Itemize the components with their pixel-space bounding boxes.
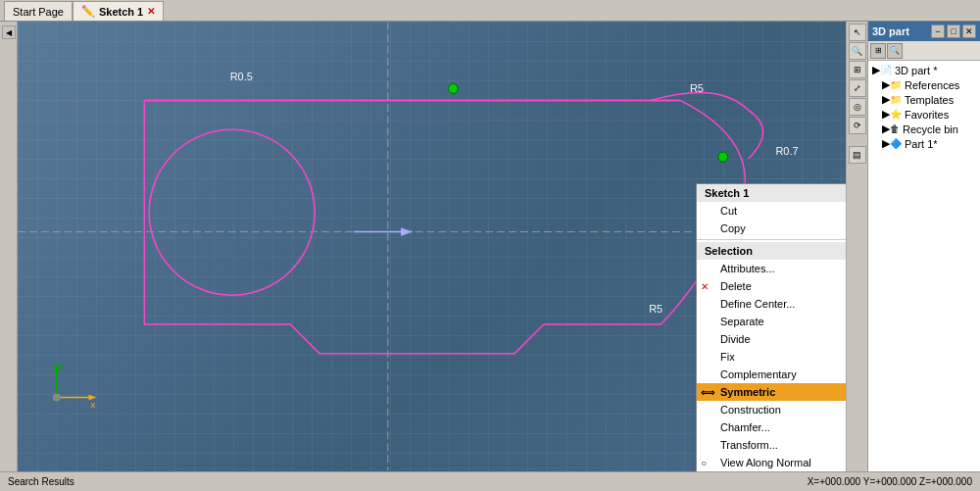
left-tool-1[interactable]: ◀ xyxy=(2,25,16,39)
menu-sketch1-header: Sketch 1 xyxy=(697,184,846,202)
menu-chamfer-label: Chamfer... xyxy=(720,421,770,433)
tabbar: Start Page ✏️ Sketch 1 ✕ xyxy=(0,0,980,22)
context-menu: Sketch 1 Cut Ctrl+X Copy Ctrl+C Selectio… xyxy=(696,183,846,471)
tree-tool-2[interactable]: 🔍 xyxy=(887,43,903,59)
svg-point-16 xyxy=(53,394,61,402)
tree-item-recycle-bin[interactable]: ▶ 🗑 Recycle bin xyxy=(870,122,978,136)
panel-close-btn[interactable]: ✕ xyxy=(962,25,976,38)
toolbar-btn-4[interactable]: ⤢ xyxy=(849,79,866,97)
tree-label-favorites: Favorites xyxy=(905,109,949,121)
menu-chamfer[interactable]: Chamfer... xyxy=(697,418,846,436)
tree-label-recycle: Recycle bin xyxy=(903,123,958,135)
tree-icon-templates: 📁 xyxy=(890,94,902,105)
menu-construction-label: Construction xyxy=(720,404,781,416)
panel-controls: − □ ✕ xyxy=(931,25,976,38)
tree-icon-references: 📁 xyxy=(890,79,902,90)
svg-text:R5: R5 xyxy=(649,303,662,315)
menu-cut[interactable]: Cut Ctrl+X xyxy=(697,202,846,220)
symmetric-icon: ⟺ xyxy=(701,387,714,398)
canvas-area[interactable]: y x R0.5 R5 R0.7 R5 xyxy=(18,22,846,471)
menu-define-center[interactable]: Define Center... xyxy=(697,295,846,313)
menu-attributes-label: Attributes... xyxy=(720,263,775,274)
panel-title: 3D part xyxy=(872,25,909,37)
tree-icon-favorites: ⭐ xyxy=(890,109,902,120)
svg-text:R0.5: R0.5 xyxy=(230,72,253,83)
tree-tool-1[interactable]: ⊞ xyxy=(870,43,886,59)
menu-divide[interactable]: Divide xyxy=(697,330,846,348)
menu-delete-label: Delete xyxy=(720,280,752,292)
menu-symmetric[interactable]: ⟺ Symmetric ➤ xyxy=(697,383,846,401)
tree-label-templates: Templates xyxy=(905,94,954,106)
menu-cut-label: Cut xyxy=(720,205,737,217)
svg-point-9 xyxy=(149,129,315,295)
svg-line-5 xyxy=(290,324,319,354)
right-panel: 3D part − □ ✕ ⊞ 🔍 ▶ 📄 3D part * xyxy=(867,22,980,471)
menu-view-along-normal[interactable]: ○ View Along Normal N xyxy=(697,454,846,471)
view-normal-icon: ○ xyxy=(701,458,707,468)
tree-item-part[interactable]: ▶ 📄 3D part * xyxy=(870,63,978,77)
menu-divide-label: Divide xyxy=(720,333,751,345)
content-area: ◀ xyxy=(0,22,980,471)
tab-icon: ✏️ xyxy=(81,5,95,18)
tree-area: ▶ 📄 3D part * ▶ 📁 References ▶ 📁 Templat… xyxy=(868,61,980,471)
svg-text:R5: R5 xyxy=(690,82,704,94)
tree-icon-part1: 🔷 xyxy=(890,138,902,149)
menu-copy-shortcut: Ctrl+C xyxy=(835,223,846,234)
tree-item-favorites[interactable]: ▶ ⭐ Favorites xyxy=(870,107,978,122)
panel-header: 3D part − □ ✕ xyxy=(868,22,980,41)
svg-text:y: y xyxy=(59,360,64,370)
app-container: Start Page ✏️ Sketch 1 ✕ ◀ xyxy=(0,0,980,491)
tree-item-templates[interactable]: ▶ 📁 Templates xyxy=(870,92,978,107)
tree-item-references[interactable]: ▶ 📁 References xyxy=(870,77,978,92)
tab-close-button[interactable]: ✕ xyxy=(147,6,155,17)
tree-toolbar: ⊞ 🔍 xyxy=(868,41,980,61)
menu-selection-header: Selection xyxy=(697,242,846,260)
statusbar: Search Results X=+000.000 Y=+000.000 Z=+… xyxy=(0,471,980,491)
svg-text:x: x xyxy=(91,399,96,410)
tree-icon-part: 📄 xyxy=(880,65,892,75)
menu-sep-1 xyxy=(697,239,846,240)
start-page-label: Start Page xyxy=(13,6,64,18)
svg-line-7 xyxy=(514,324,544,354)
menu-transform-label: Transform... xyxy=(720,439,778,451)
delete-icon: ✕ xyxy=(701,281,709,292)
panel-min-btn[interactable]: − xyxy=(931,25,945,38)
menu-selection-label: Selection xyxy=(705,245,753,257)
toolbar-btn-5[interactable]: ◎ xyxy=(849,98,866,116)
menu-symmetric-label: Symmetric xyxy=(720,386,775,398)
menu-copy-label: Copy xyxy=(720,222,746,234)
menu-cut-shortcut: Ctrl+X xyxy=(836,206,846,217)
tree-label-references: References xyxy=(905,79,959,91)
menu-construction[interactable]: Construction xyxy=(697,401,846,418)
start-page-tab[interactable]: Start Page xyxy=(4,1,73,21)
right-toolbar: ↖ 🔍 ⊞ ⤢ ◎ ⟳ ▤ xyxy=(846,22,867,471)
menu-separate[interactable]: Separate xyxy=(697,313,846,330)
menu-sketch1-label: Sketch 1 xyxy=(705,187,749,199)
menu-complementary[interactable]: Complementary xyxy=(697,366,846,383)
tree-icon-recycle: 🗑 xyxy=(890,123,900,134)
menu-transform[interactable]: Transform... xyxy=(697,436,846,454)
sketch-tab[interactable]: ✏️ Sketch 1 ✕ xyxy=(73,1,164,21)
coordinates-label: X=+000.000 Y=+000.000 Z=+000.000 xyxy=(808,476,972,487)
toolbar-btn-1[interactable]: ↖ xyxy=(849,24,866,41)
left-panel: ◀ xyxy=(0,22,18,471)
toolbar-btn-7[interactable]: ▤ xyxy=(849,146,866,164)
menu-fix-label: Fix xyxy=(720,351,735,363)
toolbar-btn-6[interactable]: ⟳ xyxy=(849,117,866,134)
search-results-label: Search Results xyxy=(8,476,74,487)
menu-fix[interactable]: Fix xyxy=(697,348,846,366)
toolbar-btn-2[interactable]: 🔍 xyxy=(849,42,866,60)
svg-point-24 xyxy=(718,152,728,162)
menu-complementary-label: Complementary xyxy=(720,368,797,380)
menu-attributes[interactable]: Attributes... xyxy=(697,260,846,277)
panel-max-btn[interactable]: □ xyxy=(947,25,960,38)
tree-item-part1[interactable]: ▶ 🔷 Part 1* xyxy=(870,136,978,151)
tree-label-part: 3D part * xyxy=(895,65,937,76)
tree-label-part1: Part 1* xyxy=(905,138,938,150)
sketch-tab-label: Sketch 1 xyxy=(99,6,143,18)
svg-point-23 xyxy=(448,83,458,93)
menu-delete[interactable]: ✕ Delete xyxy=(697,277,846,295)
toolbar-btn-3[interactable]: ⊞ xyxy=(849,61,866,78)
menu-define-center-label: Define Center... xyxy=(720,298,795,310)
menu-copy[interactable]: Copy Ctrl+C xyxy=(697,220,846,237)
